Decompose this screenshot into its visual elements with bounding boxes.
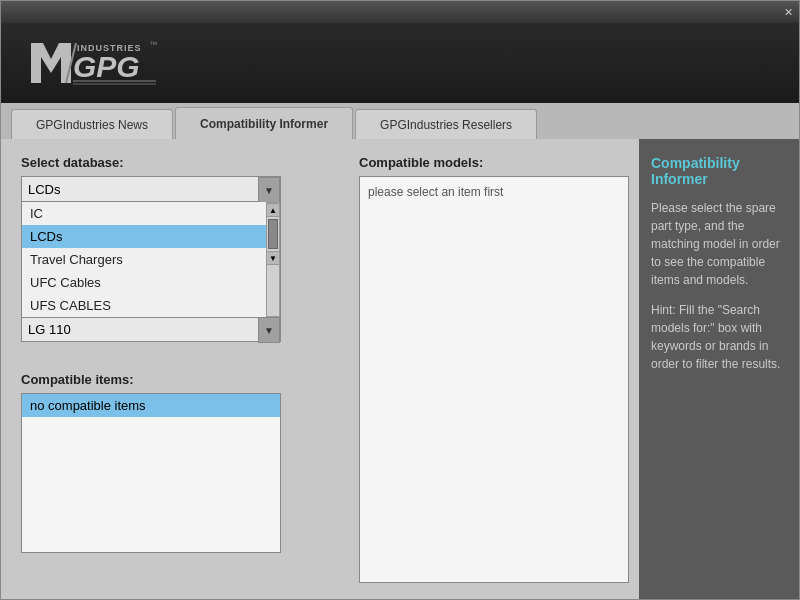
header: GPG INDUSTRIES ™ [1, 23, 799, 103]
logo: GPG INDUSTRIES ™ [21, 33, 161, 93]
db-option-ic[interactable]: IC [22, 202, 266, 225]
logo-svg: GPG INDUSTRIES ™ [21, 33, 161, 93]
right-title: Compatibility Informer [651, 155, 787, 187]
svg-marker-0 [31, 43, 71, 83]
scroll-up-arrow[interactable]: ▲ [266, 203, 280, 217]
scroll-down-arrow[interactable]: ▼ [266, 251, 280, 265]
title-bar: ✕ [1, 1, 799, 23]
db-dropdown-wrapper: LCDs ▼ IC LCDs Travel Chargers UFC Cable… [21, 176, 329, 202]
middle-panel: Compatible models: please select an item… [349, 139, 639, 599]
right-para2: Hint: Fill the "Search models for:" box … [651, 301, 787, 373]
db-option-travel-chargers[interactable]: Travel Chargers [22, 248, 266, 271]
right-para1: Please select the spare part type, and t… [651, 199, 787, 289]
scroll-thumb[interactable] [268, 219, 278, 249]
compatible-items-listbox[interactable]: no compatible items [21, 393, 281, 553]
model-dropdown-wrapper: LG 110 ▼ [21, 316, 329, 342]
left-panel: Select database: LCDs ▼ IC LCDs [1, 139, 349, 599]
tab-compat[interactable]: Compatibility Informer [175, 107, 353, 139]
model-selected-value: LG 110 [22, 322, 280, 337]
db-option-ufc-cables[interactable]: UFC Cables [22, 271, 266, 294]
chargers-cables-spacer: LG 110 ▼ [21, 316, 329, 346]
svg-text:GPG: GPG [73, 50, 140, 83]
compatible-items-section: Compatible items: no compatible items [21, 362, 329, 553]
compatible-items-label: Compatible items: [21, 372, 329, 387]
compatible-models-listbox[interactable]: please select an item first [359, 176, 629, 583]
db-option-ufs-cables[interactable]: UFS CABLES [22, 294, 266, 317]
db-scroll-wrapper: IC LCDs Travel Chargers UFC Cables UFS C… [22, 202, 280, 317]
db-dropdown-container: LCDs ▼ IC LCDs Travel Chargers UFC Cable… [21, 176, 329, 206]
db-dropdown-list: IC LCDs Travel Chargers UFC Cables UFS C… [21, 202, 281, 318]
db-dropdown[interactable]: LCDs ▼ [21, 176, 281, 202]
db-label: Select database: [21, 155, 329, 170]
svg-text:INDUSTRIES: INDUSTRIES [77, 43, 142, 53]
db-option-lcds[interactable]: LCDs [22, 225, 266, 248]
main-content: Select database: LCDs ▼ IC LCDs [1, 139, 799, 599]
close-button[interactable]: ✕ [784, 7, 793, 18]
db-scrollbar[interactable]: ▲ ▼ [266, 202, 280, 317]
right-panel: Compatibility Informer Please select the… [639, 139, 799, 599]
compatible-item-no-items[interactable]: no compatible items [22, 394, 280, 417]
db-selected-value: LCDs [22, 182, 280, 197]
app-window: ✕ GPG INDUSTRIES ™ GPGIn [0, 0, 800, 600]
compatible-models-label: Compatible models: [359, 155, 629, 170]
tabs-bar: GPGIndustries News Compatibility Informe… [1, 103, 799, 139]
model-dropdown[interactable]: LG 110 ▼ [21, 316, 281, 342]
tab-resellers[interactable]: GPGIndustries Resellers [355, 109, 537, 139]
db-options-list: IC LCDs Travel Chargers UFC Cables UFS C… [22, 202, 266, 317]
svg-text:™: ™ [149, 40, 157, 49]
tab-news[interactable]: GPGIndustries News [11, 109, 173, 139]
models-placeholder: please select an item first [360, 177, 628, 207]
